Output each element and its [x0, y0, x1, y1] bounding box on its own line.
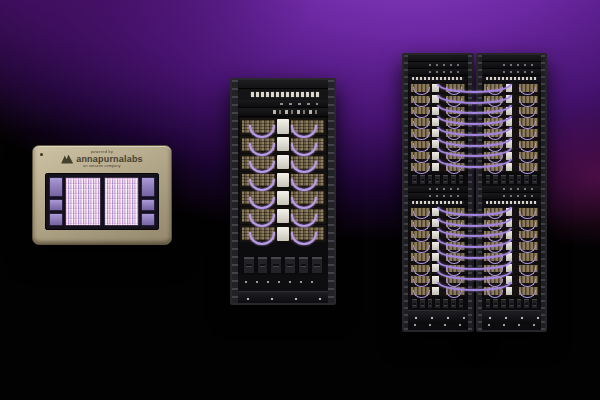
heatsink-connector: [506, 253, 513, 261]
heatsink-connector: [506, 163, 513, 171]
power-supply: [531, 298, 538, 309]
network-switch: [482, 193, 542, 200]
psu-row: [482, 173, 542, 186]
network-switch: [408, 69, 468, 76]
gradient-background: powered by annapurnalabs an amazon compa…: [0, 0, 600, 400]
heatsink-connector: [277, 227, 288, 241]
vent-dots: [245, 281, 321, 283]
switch-port: [311, 92, 314, 97]
server-rack-single: [230, 78, 336, 305]
compute-pod: [482, 186, 542, 310]
heatsink-connector: [432, 152, 439, 160]
compute-tray: [484, 252, 540, 262]
power-supply: [492, 298, 499, 309]
compute-tray: [484, 83, 540, 93]
compute-tray: [484, 162, 540, 172]
compute-tray: [410, 83, 466, 93]
rack-rail: [541, 55, 545, 330]
compute-tray: [240, 189, 326, 206]
heatsink-connector: [277, 209, 288, 223]
switch-port: [256, 92, 259, 97]
power-supply: [434, 174, 441, 185]
port-strip-lights: [486, 77, 538, 80]
power-supply: [450, 174, 457, 185]
heatsink-connector: [432, 219, 439, 227]
port-strip-lights: [486, 201, 538, 204]
rack-contents: [238, 80, 328, 303]
rack-gap: [238, 243, 328, 255]
heatsink-connector: [506, 231, 513, 239]
brand-label: annapurnalabs: [76, 154, 143, 164]
compute-tray: [410, 252, 466, 262]
switch-port: [271, 92, 274, 97]
rack-pods: [408, 62, 468, 310]
heatsink-connector: [506, 107, 513, 115]
compute-tray-stack: [482, 206, 542, 297]
compute-dies: [65, 177, 139, 226]
heatsink-connector: [277, 191, 288, 205]
compute-die: [65, 177, 101, 226]
switch-group: [408, 186, 468, 200]
power-supply: [411, 174, 418, 185]
mountain-logo-icon: [61, 155, 73, 164]
power-supply: [298, 256, 310, 274]
power-supply: [257, 256, 269, 274]
compute-tray: [240, 207, 326, 224]
compute-pod: [408, 186, 468, 310]
rack-feet: [408, 322, 468, 330]
hbm-stack: [49, 199, 63, 212]
heatsink-connector: [432, 163, 439, 171]
compute-tray: [484, 151, 540, 161]
compute-tray: [410, 275, 466, 285]
rack-feet: [482, 322, 542, 330]
psu-row: [238, 255, 328, 275]
hbm-stack: [49, 213, 63, 226]
compute-tray: [484, 263, 540, 273]
heatsink-connector: [277, 137, 288, 151]
compute-tray: [410, 230, 466, 240]
power-supply: [485, 174, 492, 185]
port-strip-lights: [412, 201, 464, 204]
power-supply: [442, 298, 449, 309]
network-switch: [238, 100, 328, 108]
compute-pod: [408, 62, 468, 186]
port-strip-lights: [412, 77, 464, 80]
heatsink-connector: [432, 84, 439, 92]
chip-branding: powered by annapurnalabs an amazon compa…: [33, 149, 171, 169]
compute-tray-stack: [408, 82, 468, 173]
compute-tray-stack: [238, 117, 328, 243]
network-switch: [408, 62, 468, 69]
psu-row: [482, 297, 542, 310]
heatsink-connector: [506, 118, 513, 126]
compute-tray: [410, 162, 466, 172]
heatsink-connector: [277, 119, 288, 133]
switch-port: [316, 92, 319, 97]
compute-tray: [410, 207, 466, 217]
network-switch: [482, 62, 542, 69]
server-rack: [402, 53, 474, 332]
network-switch: [482, 186, 542, 193]
switch-port: [251, 92, 254, 97]
power-supply: [508, 298, 515, 309]
compute-tray: [484, 117, 540, 127]
power-supply: [523, 298, 530, 309]
chip-die-area: [45, 173, 159, 230]
power-supply: [427, 174, 434, 185]
compute-tray: [484, 106, 540, 116]
network-switch: [408, 193, 468, 200]
rack-rail: [328, 80, 334, 303]
compute-tray: [240, 154, 326, 171]
power-supply: [450, 298, 457, 309]
heatsink-connector: [432, 208, 439, 216]
company-label: an amazon company: [61, 164, 144, 168]
compute-tray: [484, 207, 540, 217]
compute-tray: [410, 117, 466, 127]
switch-group: [482, 186, 542, 200]
heatsink-connector: [432, 287, 439, 295]
compute-tray: [410, 94, 466, 104]
rack-top-cap: [408, 55, 468, 62]
heatsink-connector: [432, 276, 439, 284]
power-supply: [492, 174, 499, 185]
rack-rail: [232, 80, 238, 303]
heatsink-connector: [506, 95, 513, 103]
